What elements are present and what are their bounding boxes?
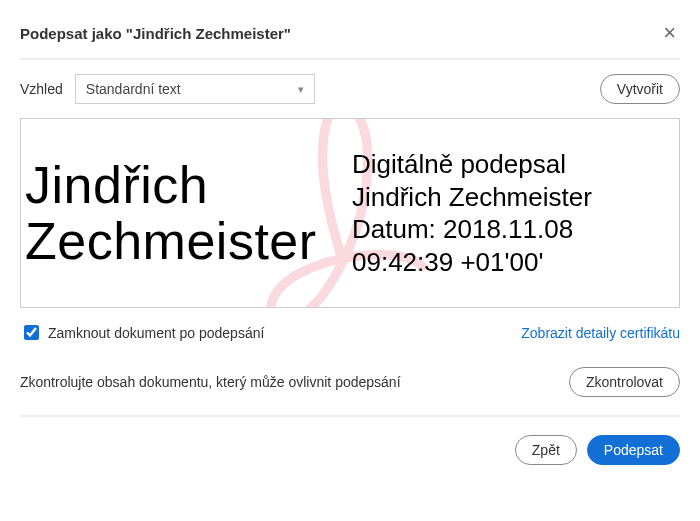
sign-button[interactable]: Podepsat xyxy=(587,435,680,465)
preview-name: Jindřich Zechmeister xyxy=(21,119,350,307)
dialog-title: Podepsat jako "Jindřich Zechmeister" xyxy=(20,25,291,42)
appearance-row: Vzhled Standardní text ▾ Vytvořit xyxy=(20,60,680,118)
signature-preview: Jindřich Zechmeister Digitálně podepsal … xyxy=(20,118,680,308)
lock-label: Zamknout dokument po podepsání xyxy=(48,325,264,341)
review-button[interactable]: Zkontrolovat xyxy=(569,367,680,397)
dialog-header: Podepsat jako "Jindřich Zechmeister" × xyxy=(20,10,680,60)
back-button[interactable]: Zpět xyxy=(515,435,577,465)
appearance-selected: Standardní text xyxy=(86,81,181,97)
lock-checkbox-wrap[interactable]: Zamknout dokument po podepsání xyxy=(20,322,264,343)
review-text: Zkontrolujte obsah dokumentu, který může… xyxy=(20,374,401,390)
appearance-label: Vzhled xyxy=(20,81,63,97)
review-row: Zkontrolujte obsah dokumentu, který může… xyxy=(20,349,680,417)
preview-name-line2: Zechmeister xyxy=(25,213,350,269)
lock-checkbox[interactable] xyxy=(24,325,39,340)
appearance-select[interactable]: Standardní text ▾ xyxy=(75,74,315,104)
create-appearance-button[interactable]: Vytvořit xyxy=(600,74,680,104)
cert-details-link[interactable]: Zobrazit detaily certifikátu xyxy=(521,325,680,341)
sign-dialog: Podepsat jako "Jindřich Zechmeister" × V… xyxy=(0,0,700,485)
lock-row: Zamknout dokument po podepsání Zobrazit … xyxy=(20,308,680,349)
preview-info-line4: 09:42:39 +01'00' xyxy=(352,246,679,279)
close-icon[interactable]: × xyxy=(659,20,680,46)
chevron-down-icon: ▾ xyxy=(298,83,304,96)
preview-name-line1: Jindřich xyxy=(25,157,350,213)
preview-info: Digitálně podepsal Jindřich Zechmeister … xyxy=(350,119,679,307)
preview-info-line1: Digitálně podepsal xyxy=(352,148,679,181)
dialog-footer: Zpět Podepsat xyxy=(20,417,680,465)
preview-info-line3: Datum: 2018.11.08 xyxy=(352,213,679,246)
preview-info-line2: Jindřich Zechmeister xyxy=(352,181,679,214)
